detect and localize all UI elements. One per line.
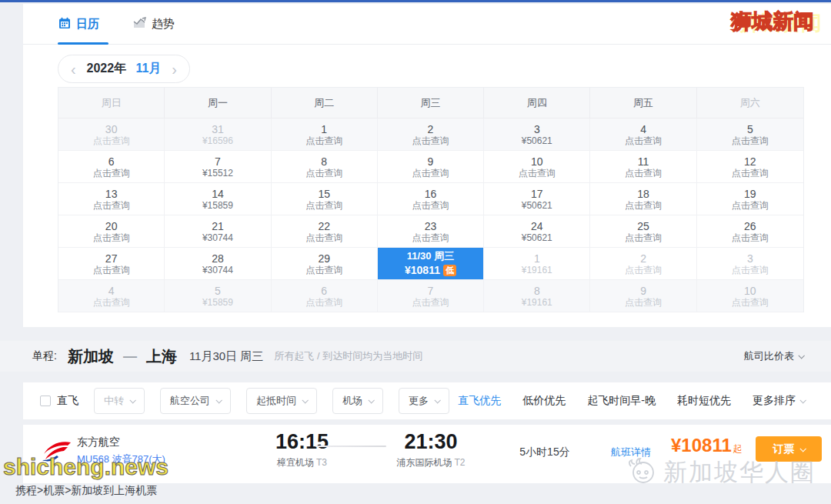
calendar-cell[interactable]: 3¥50621: [484, 118, 590, 151]
route-summary-bar: 单程: 新加坡 — 上海 11月30日 周三 所有起飞 / 到达时间均为当地时间…: [0, 341, 831, 372]
chevron-down-icon: [129, 397, 135, 403]
month-navigator: ‹ 2022年 11月 ›: [58, 55, 190, 83]
trip-type-label: 单程:: [32, 349, 57, 363]
route-date: 11月30日 周三: [189, 349, 263, 364]
transfer-dropdown[interactable]: 中转: [94, 388, 145, 414]
tab-calendar[interactable]: 日历: [58, 4, 99, 44]
calendar-cell-selected[interactable]: 11/30 周三¥10811低: [378, 248, 484, 280]
price-suffix: 起: [733, 443, 743, 454]
flight-duration: 5小时15分: [499, 446, 591, 459]
tab-calendar-label: 日历: [76, 17, 99, 32]
calendar-cell[interactable]: 13点击查询: [58, 183, 165, 215]
calendar-cell[interactable]: 4点击查询: [590, 118, 696, 151]
calendar-cell[interactable]: 17¥50621: [484, 183, 590, 215]
chevron-right-icon[interactable]: ›: [172, 62, 177, 77]
airline-dropdown[interactable]: 航空公司: [160, 388, 231, 414]
calendar-cell[interactable]: 18点击查询: [590, 183, 696, 215]
calendar-cell[interactable]: 22点击查询: [272, 215, 378, 248]
weekday-header: 周五: [590, 88, 696, 118]
trend-icon: [133, 17, 146, 31]
calendar-cell[interactable]: 3点击查询: [697, 248, 803, 280]
calendar-cell[interactable]: 19点击查询: [697, 183, 803, 215]
calendar-cell[interactable]: 9点击查询: [590, 280, 696, 312]
sort-direct-first[interactable]: 直飞优先: [458, 394, 501, 408]
calendar-cell[interactable]: 4点击查询: [58, 280, 165, 312]
local-time-note: 所有起飞 / 到达时间均为当地时间: [274, 349, 422, 363]
calendar-cell[interactable]: 29点击查询: [272, 248, 378, 280]
calendar-cell[interactable]: 2点击查询: [590, 248, 696, 280]
flight-number-aircraft: MU568 波音787(大): [77, 452, 165, 466]
calendar-cell[interactable]: 10点击查询: [484, 151, 590, 183]
calendar-grid: 周日周一周二周三周四周五周六30点击查询31¥165961点击查询2点击查询3¥…: [58, 87, 804, 312]
month-nav-year: 2022年: [87, 62, 127, 75]
tab-bar: 日历 趋势: [23, 4, 831, 45]
calendar-cell[interactable]: 23点击查询: [378, 215, 484, 248]
chevron-down-icon: [215, 397, 222, 403]
calendar-cell[interactable]: 8¥19161: [484, 280, 590, 312]
more-filters-dropdown[interactable]: 更多: [399, 388, 449, 414]
calendar-cell[interactable]: 6点击查询: [58, 151, 165, 183]
departure-time: 16:15: [246, 429, 358, 454]
calendar-cell[interactable]: 5点击查询: [697, 118, 803, 151]
weekday-header: 周日: [58, 88, 165, 118]
breadcrumb[interactable]: 携程>机票>新加坡到上海机票: [15, 484, 157, 498]
calendar-cell[interactable]: 16点击查询: [378, 183, 484, 215]
time-dropdown[interactable]: 起抵时间: [246, 388, 317, 414]
china-eastern-airline-logo: [40, 437, 72, 468]
tab-trend[interactable]: 趋势: [133, 4, 175, 44]
calendar-cell[interactable]: 24¥50621: [484, 215, 590, 248]
calendar-cell[interactable]: 21¥30744: [165, 215, 271, 248]
sort-departure-time[interactable]: 起飞时间早-晚: [587, 394, 656, 408]
calendar-cell[interactable]: 30点击查询: [58, 118, 165, 151]
airport-dropdown[interactable]: 机场: [332, 388, 383, 414]
calendar-cell[interactable]: 11点击查询: [590, 151, 696, 183]
calendar-cell[interactable]: 10点击查询: [697, 280, 803, 312]
calendar-cell[interactable]: 28¥30744: [165, 248, 271, 280]
arrival-time: 21:30: [369, 429, 492, 454]
calendar-cell[interactable]: 14¥15859: [165, 183, 271, 215]
calendar-cell[interactable]: 7点击查询: [378, 280, 484, 312]
departure-terminal: T3: [316, 457, 327, 468]
sort-shortest-duration[interactable]: 耗时短优先: [677, 394, 731, 408]
direct-flight-label: 直飞: [57, 394, 78, 408]
sort-lowest-price[interactable]: 低价优先: [522, 394, 566, 408]
direct-flight-filter[interactable]: 直飞: [40, 394, 78, 408]
calendar-cell[interactable]: 26点击查询: [697, 215, 803, 248]
chevron-down-icon: [799, 397, 806, 403]
airline-price-compare-link[interactable]: 航司比价表: [744, 349, 803, 363]
sort-options: 直飞优先 低价优先 起飞时间早-晚 耗时短优先 更多排序: [458, 394, 805, 408]
price-block: ¥10811起: [671, 435, 743, 456]
calendar-cell[interactable]: 1¥19161: [484, 248, 590, 280]
sort-more[interactable]: 更多排序: [753, 394, 805, 408]
weekday-header: 周六: [697, 88, 803, 118]
chevron-down-icon: [434, 397, 440, 403]
calendar-cell[interactable]: 9点击查询: [378, 151, 484, 183]
arrival-terminal: T2: [454, 457, 465, 468]
calendar-cell[interactable]: 2点击查询: [378, 118, 484, 151]
calendar-cell[interactable]: 15点击查询: [272, 183, 378, 215]
arrival-block: 21:30 浦东国际机场T2: [369, 429, 492, 469]
filter-sort-bar: 直飞 中转 航空公司 起抵时间 机场 更多 直飞优先 低价优先 起飞时间早-晚 …: [23, 382, 831, 419]
weekday-header: 周三: [378, 88, 484, 118]
departure-airport: 樟宜机场: [277, 457, 314, 468]
calendar-cell[interactable]: 27点击查询: [58, 248, 165, 280]
flight-details-link[interactable]: 航班详情: [611, 446, 651, 459]
calendar-cell[interactable]: 5¥15859: [165, 280, 271, 312]
calendar-cell[interactable]: 12点击查询: [697, 151, 803, 183]
calendar-icon: [58, 17, 71, 32]
calendar-cell[interactable]: 6点击查询: [272, 280, 378, 312]
calendar-cell[interactable]: 20点击查询: [58, 215, 165, 248]
calendar-cell[interactable]: 25点击查询: [590, 215, 696, 248]
tab-trend-label: 趋势: [152, 17, 175, 32]
calendar-cell[interactable]: 8点击查询: [272, 151, 378, 183]
chevron-down-icon: [799, 446, 806, 452]
weekday-header: 周一: [165, 88, 271, 118]
weekday-header: 周二: [272, 88, 378, 118]
calendar-cell[interactable]: 1点击查询: [272, 118, 378, 151]
book-ticket-button[interactable]: 订票: [756, 436, 822, 462]
direct-flight-checkbox[interactable]: [40, 396, 51, 406]
active-tab-underline: [58, 42, 108, 45]
calendar-cell[interactable]: 31¥16596: [165, 118, 271, 151]
chevron-left-icon[interactable]: ‹: [71, 62, 76, 77]
calendar-cell[interactable]: 7¥15512: [165, 151, 271, 183]
